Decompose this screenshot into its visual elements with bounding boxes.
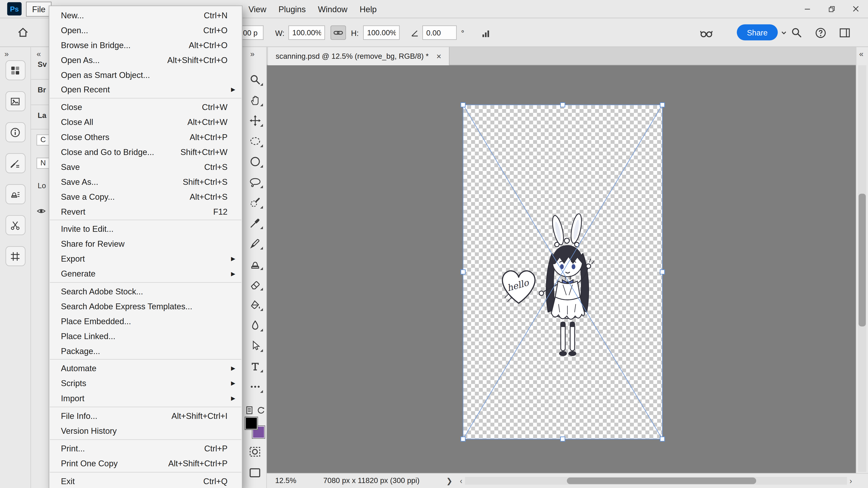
- transform-handle-bottom-middle[interactable]: [560, 436, 565, 442]
- document-tab[interactable]: scanning.psd @ 12.5% (remove_bg, RGB/8) …: [268, 47, 450, 65]
- rotation-angle-input[interactable]: [423, 26, 457, 40]
- file-menu-item[interactable]: RevertF12: [49, 204, 242, 219]
- horizontal-scrollbar-thumb[interactable]: [567, 477, 756, 484]
- file-menu-item[interactable]: New...Ctrl+N: [49, 8, 242, 23]
- smudge-tool[interactable]: [245, 315, 265, 335]
- transform-handle-top-right[interactable]: [660, 102, 665, 107]
- snapshot-panel-button[interactable]: [5, 215, 25, 235]
- vertical-scrollbar[interactable]: [858, 65, 866, 472]
- info-panel-button[interactable]: [5, 122, 25, 142]
- share-button[interactable]: Share: [737, 24, 778, 40]
- snapshot-button[interactable]: [244, 404, 255, 416]
- transform-handle-bottom-right[interactable]: [660, 436, 665, 442]
- brush-settings-panel-button[interactable]: [5, 153, 25, 173]
- panel-layout-button[interactable]: [838, 26, 851, 39]
- rotate-view-button[interactable]: [255, 404, 266, 416]
- artboards-panel-button[interactable]: [5, 246, 25, 266]
- direct-selection-tool[interactable]: [245, 335, 265, 356]
- transform-width-input[interactable]: [288, 26, 325, 40]
- file-menu-item[interactable]: Open Recent▶: [49, 82, 242, 97]
- foreground-color-swatch[interactable]: [245, 417, 258, 430]
- file-menu-item[interactable]: CloseCtrl+W: [49, 100, 242, 115]
- libraries-panel-button[interactable]: [5, 91, 25, 111]
- file-menu-item[interactable]: Browse in Bridge...Alt+Ctrl+O: [49, 37, 242, 53]
- swatches-panel-button[interactable]: [5, 60, 25, 80]
- move-tool[interactable]: [245, 110, 265, 131]
- maintain-aspect-ratio-toggle[interactable]: [331, 26, 346, 40]
- quick-mask-button[interactable]: [248, 445, 262, 459]
- file-menu-item[interactable]: Place Linked...: [49, 328, 242, 344]
- file-menu-item[interactable]: Automate▶: [49, 361, 242, 376]
- layers-panel-tab-partial[interactable]: La: [38, 111, 46, 120]
- share-dropdown-chevron[interactable]: [778, 27, 789, 38]
- file-menu-item[interactable]: Invite to Edit...: [49, 222, 242, 236]
- preview-glasses-icon[interactable]: [699, 26, 714, 40]
- file-menu-item[interactable]: Search Adobe Stock...: [49, 284, 242, 299]
- transform-handle-top-left[interactable]: [461, 102, 466, 107]
- transform-height-input[interactable]: [363, 26, 400, 40]
- expand-panels-chevron[interactable]: »: [4, 49, 9, 58]
- file-menu-item[interactable]: Close OthersAlt+Ctrl+P: [49, 129, 242, 144]
- search-button[interactable]: [790, 26, 803, 39]
- file-menu-item[interactable]: Generate▶: [49, 266, 242, 281]
- screen-mode-button[interactable]: [248, 465, 262, 480]
- status-chevron-icon[interactable]: ❯: [446, 477, 453, 485]
- brushes-panel-tab-partial[interactable]: Br: [38, 86, 46, 94]
- eyedropper-tool[interactable]: [245, 213, 265, 233]
- transform-handle-top-middle[interactable]: [560, 102, 565, 107]
- file-menu-item[interactable]: Print...Ctrl+P: [49, 441, 242, 456]
- elliptical-marquee-tool[interactable]: [245, 131, 265, 151]
- swatches-panel-tab-partial[interactable]: Sv: [38, 60, 47, 69]
- clone-stamp-tool[interactable]: [245, 254, 265, 274]
- clone-source-panel-button[interactable]: [5, 184, 25, 204]
- home-button[interactable]: [16, 24, 30, 40]
- menu-help[interactable]: Help: [353, 1, 383, 16]
- file-menu-item[interactable]: Open As...Alt+Shift+Ctrl+O: [49, 53, 242, 67]
- file-menu-item[interactable]: SaveCtrl+S: [49, 159, 242, 174]
- file-menu-item[interactable]: Version History: [49, 423, 242, 438]
- menu-view[interactable]: View: [242, 1, 272, 16]
- scroll-right-arrow[interactable]: ›: [847, 477, 855, 485]
- lasso-tool[interactable]: [245, 171, 265, 192]
- layers-filter-field-partial[interactable]: C: [37, 134, 49, 145]
- ellipse-tool[interactable]: [245, 151, 265, 172]
- restore-button[interactable]: [819, 0, 844, 18]
- collapse-right-panels-chevron[interactable]: «: [859, 49, 864, 58]
- brush-tool[interactable]: [245, 233, 265, 254]
- collapse-panels-chevron[interactable]: «: [37, 49, 41, 58]
- tab-close-icon[interactable]: ×: [436, 52, 441, 61]
- zoom-level-field[interactable]: 12.5%: [275, 477, 296, 485]
- object-selection-tool[interactable]: [245, 192, 265, 213]
- transform-handle-middle-right[interactable]: [660, 269, 665, 274]
- transform-handle-bottom-left[interactable]: [461, 436, 466, 442]
- menu-window[interactable]: Window: [312, 1, 354, 16]
- file-menu-item[interactable]: Close and Go to Bridge...Shift+Ctrl+W: [49, 144, 242, 159]
- document-transform-box[interactable]: hello: [463, 105, 662, 439]
- edit-toolbar-button[interactable]: [245, 376, 265, 397]
- canvas-area[interactable]: hello: [267, 65, 856, 473]
- file-menu-item[interactable]: Open as Smart Object...: [49, 67, 242, 82]
- zoom-tool[interactable]: [245, 69, 265, 90]
- x-position-field-partial[interactable]: [242, 26, 264, 40]
- expand-toolbar-chevron[interactable]: »: [250, 49, 254, 58]
- interpolation-icon[interactable]: [479, 27, 492, 39]
- scroll-left-arrow[interactable]: ‹: [457, 477, 465, 485]
- help-button[interactable]: [814, 26, 827, 39]
- blend-mode-field-partial[interactable]: N: [37, 158, 49, 169]
- vertical-scrollbar-thumb[interactable]: [859, 194, 866, 326]
- minimize-button[interactable]: [795, 0, 819, 18]
- file-menu-item[interactable]: Close AllAlt+Ctrl+W: [49, 115, 242, 130]
- file-menu-item[interactable]: Search Adobe Express Templates...: [49, 299, 242, 314]
- menu-plugins[interactable]: Plugins: [272, 1, 312, 16]
- horizontal-scrollbar[interactable]: ‹ ›: [457, 476, 855, 486]
- file-menu-item[interactable]: Share for Review: [49, 236, 242, 252]
- file-menu-item[interactable]: ExitCtrl+Q: [49, 474, 242, 488]
- hand-tool[interactable]: [245, 90, 265, 110]
- transform-handle-middle-left[interactable]: [461, 269, 466, 274]
- file-menu-item[interactable]: Package...: [49, 344, 242, 358]
- file-menu-item[interactable]: Export▶: [49, 251, 242, 266]
- file-menu-item[interactable]: Place Embedded...: [49, 314, 242, 328]
- eraser-tool[interactable]: [245, 274, 265, 294]
- file-menu-item[interactable]: Save As...Shift+Ctrl+S: [49, 174, 242, 189]
- file-menu-item[interactable]: Save a Copy...Alt+Ctrl+S: [49, 189, 242, 204]
